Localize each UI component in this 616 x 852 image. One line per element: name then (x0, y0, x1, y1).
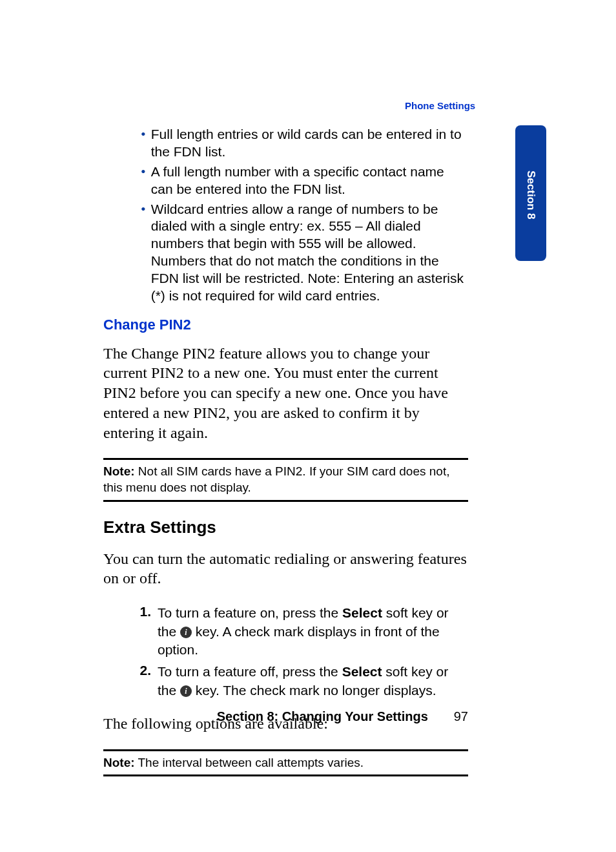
page-content: • Full length entries or wild cards can … (103, 126, 468, 792)
note-box-1: Note: Not all SIM cards have a PIN2. If … (103, 458, 468, 501)
bullet-text: Full length entries or wild cards can be… (151, 126, 468, 161)
step-text: To turn a feature off, press the Select … (158, 663, 468, 700)
step-text: To turn a feature on, press the Select s… (158, 604, 468, 659)
step-number: 1. (129, 604, 151, 619)
bullet-item: • Wildcard entries allow a range of numb… (141, 201, 468, 305)
note-content: The interval between call attempts varie… (135, 756, 364, 769)
bullet-item: • A full length number with a specific c… (141, 163, 468, 198)
change-pin2-heading: Change PIN2 (103, 317, 468, 333)
bullet-text: Wildcard entries allow a range of number… (151, 201, 468, 305)
note-label: Note: (103, 464, 135, 478)
ok-key-icon (180, 685, 192, 697)
note-label: Note: (103, 756, 135, 769)
step-item: 1. To turn a feature on, press the Selec… (129, 604, 468, 659)
step-item: 2. To turn a feature off, press the Sele… (129, 663, 468, 700)
change-pin2-body: The Change PIN2 feature allows you to ch… (103, 344, 468, 443)
section-tab: Section 8 (515, 125, 546, 261)
bullet-icon: • (141, 202, 146, 216)
bullet-icon: • (141, 127, 146, 141)
bullet-item: • Full length entries or wild cards can … (141, 126, 468, 161)
note-box-2: Note: The interval between call attempts… (103, 749, 468, 777)
section-tab-label: Section 8 (524, 171, 537, 220)
fdn-bullet-list: • Full length entries or wild cards can … (141, 126, 468, 305)
select-key-label: Select (342, 605, 382, 620)
footer-section-label: Section 8: Changing Your Settings (217, 709, 428, 724)
steps-list: 1. To turn a feature on, press the Selec… (129, 604, 468, 700)
extra-settings-heading: Extra Settings (103, 517, 468, 537)
bullet-icon: • (141, 165, 146, 179)
extra-settings-intro: You can turn the automatic redialing or … (103, 549, 468, 588)
note-text: Note: Not all SIM cards have a PIN2. If … (103, 464, 468, 495)
note-content: Not all SIM cards have a PIN2. If your S… (103, 464, 449, 494)
select-key-label: Select (342, 664, 382, 679)
note-text: Note: The interval between call attempts… (103, 755, 468, 771)
bullet-text: A full length number with a specific con… (151, 163, 468, 198)
step-number: 2. (129, 663, 151, 678)
page-footer: Section 8: Changing Your Settings 97 (103, 709, 468, 724)
ok-key-icon (180, 627, 192, 638)
footer-page-number: 97 (454, 709, 468, 724)
header-link[interactable]: Phone Settings (405, 100, 475, 111)
